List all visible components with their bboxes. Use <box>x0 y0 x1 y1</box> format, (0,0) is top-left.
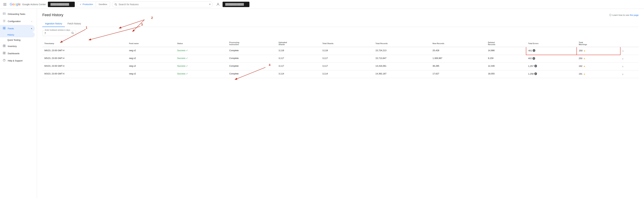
th-timestamp: Timestamp <box>42 40 127 47</box>
sidebar-item-dashboards[interactable]: Dashboards <box>0 50 35 57</box>
cell-uploaded-shards: 3,117 <box>276 55 320 63</box>
warnings-value: 250 ▲ <box>579 57 586 60</box>
cell-total-records: 14,416,061 <box>374 63 430 70</box>
warning-icon: ▲ <box>583 57 586 60</box>
cell-uploaded-shards: 3,114 <box>276 70 320 78</box>
lookback-section: Enter lookback window in days <box>42 30 638 36</box>
cell-timestamp: 9/4/23, 23:00 GMT-4 <box>42 63 127 70</box>
profile-icon[interactable] <box>216 3 220 6</box>
error-info-icon: i <box>532 57 535 60</box>
cell-total-errors: 402 i <box>526 55 577 63</box>
body-layout: Onboarding Tasks Configuration › Feeds ▾… <box>0 9 644 198</box>
sidebar-item-onboarding[interactable]: Onboarding Tasks <box>0 11 35 18</box>
env-tabs: ✓ Production Sandbox <box>77 2 110 7</box>
cell-processing-instruction: Complete <box>227 70 276 78</box>
search-input[interactable] <box>118 3 208 6</box>
errors-value: 1,258 i <box>528 72 537 75</box>
main-content: 1 2 3 4 Feed History Learn how to use th… <box>37 9 644 198</box>
production-tab[interactable]: ✓ Production <box>77 2 96 7</box>
row-arrow-button[interactable]: › <box>622 72 623 76</box>
cell-deleted-records: 9,159 <box>486 55 526 63</box>
errors-value: 402 i <box>528 57 535 60</box>
th-total-shards: Total Shards <box>320 40 374 47</box>
logo: Google Google Actions Center <box>10 2 46 6</box>
row-arrow-button[interactable]: › <box>622 57 623 60</box>
tab-ingestion-history[interactable]: Ingestion history <box>42 21 65 27</box>
cell-feed-name: owg.v2 <box>127 47 175 55</box>
row-arrow-button[interactable]: › <box>622 65 623 68</box>
cell-status: Success ✓ <box>175 55 227 63</box>
sidebar-item-dashboards-label: Dashboards <box>8 52 20 55</box>
cell-processing-instruction: Complete <box>227 63 276 70</box>
sidebar-item-configuration-label: Configuration <box>8 20 21 23</box>
cell-total-records: 14,392,187 <box>374 70 430 78</box>
cell-total-shards: 3,117 <box>320 63 374 70</box>
warning-icon: ▲ <box>583 65 586 67</box>
sandbox-tab[interactable]: Sandbox <box>96 2 110 7</box>
sidebar-item-feeds-label: Feeds <box>8 27 14 30</box>
cell-total-shards: 3,114 <box>320 70 374 78</box>
account-switcher[interactable]: ████████████ <box>48 2 75 7</box>
cell-action: › <box>620 70 638 78</box>
menu-button[interactable] <box>2 2 8 7</box>
feed-history-table: Timestamp Feed name Status ProcessingIns… <box>42 40 638 78</box>
cell-total-errors: 1,257 i <box>526 63 577 70</box>
search-icon <box>114 3 117 6</box>
cell-uploaded-shards: 3,117 <box>276 63 320 70</box>
cell-total-records: 15,713,847 <box>374 55 430 63</box>
sidebar-sub-item-quick-testing[interactable]: Quick Testing <box>0 37 35 43</box>
cell-processing-instruction: Complete <box>227 47 276 55</box>
page-header: Feed History Learn how to use this page <box>42 13 638 17</box>
top-right-account[interactable]: ████████████ <box>222 2 250 7</box>
lookback-input-wrap: Enter lookback window in days <box>42 30 76 36</box>
cell-status: Success ✓ <box>175 47 227 55</box>
sidebar-item-help-support[interactable]: Help & Support <box>0 57 35 64</box>
sidebar-item-configuration[interactable]: Configuration › <box>0 18 35 25</box>
tabs: Ingestion history Fetch history <box>42 21 638 27</box>
th-total-errors: Total Errors <box>526 40 577 47</box>
learn-link: Learn how to use this page <box>609 14 639 16</box>
app-title: Google Actions Center <box>22 3 46 6</box>
sidebar-item-inventory[interactable]: Inventory <box>0 43 35 50</box>
lookback-search-icon[interactable] <box>71 32 74 35</box>
cell-feed-name: owg.v2 <box>127 70 175 78</box>
cell-timestamp: 9/3/23, 23:00 GMT-4 <box>42 70 127 78</box>
lookback-input[interactable] <box>44 32 69 35</box>
svg-point-0 <box>217 3 218 4</box>
cell-total-shards: 3,118 <box>320 47 374 55</box>
status-cell: Success ✓ <box>177 65 225 67</box>
cell-deleted-records: 18,055 <box>486 70 526 78</box>
error-info-icon: i <box>534 65 537 67</box>
svg-rect-8 <box>4 45 6 46</box>
top-nav: Google Google Actions Center ███████████… <box>0 0 644 9</box>
configuration-expand-icon: › <box>32 20 32 23</box>
cell-new-records: 36,285 <box>430 63 486 70</box>
errors-value: 1,257 i <box>528 65 537 67</box>
svg-rect-14 <box>4 53 6 54</box>
status-cell: Success ✓ <box>177 57 225 59</box>
th-total-warnings: TotalWarnings <box>577 40 620 47</box>
error-info-icon: i <box>533 49 535 52</box>
svg-rect-6 <box>4 28 6 29</box>
sidebar: Onboarding Tasks Configuration › Feeds ▾… <box>0 9 37 198</box>
cell-action: › <box>620 47 638 55</box>
cell-processing-instruction: Complete <box>227 55 276 63</box>
svg-rect-10 <box>4 46 6 47</box>
svg-rect-11 <box>3 52 4 53</box>
svg-point-2 <box>4 21 5 21</box>
svg-rect-12 <box>4 52 6 53</box>
cell-total-errors: 401 i <box>526 47 577 55</box>
tab-fetch-history[interactable]: Fetch history <box>65 21 84 27</box>
help-icon <box>3 59 6 63</box>
lookback-label: Enter lookback window in days <box>44 29 71 31</box>
cell-deleted-records: 14,986 <box>486 47 526 55</box>
sidebar-item-feeds[interactable]: Feeds ▾ <box>0 25 35 32</box>
dashboards-icon <box>3 52 6 55</box>
cell-total-records: 15,724,213 <box>374 47 430 55</box>
sidebar-sub-item-history[interactable]: History <box>0 32 35 37</box>
clear-search-button[interactable]: × <box>209 3 211 6</box>
warnings-value: 192 ▲ <box>579 65 586 67</box>
row-arrow-button[interactable]: › <box>622 49 624 53</box>
this-page-link[interactable]: this page <box>630 14 638 16</box>
th-processing-instruction: ProcessingInstruction <box>227 40 276 47</box>
